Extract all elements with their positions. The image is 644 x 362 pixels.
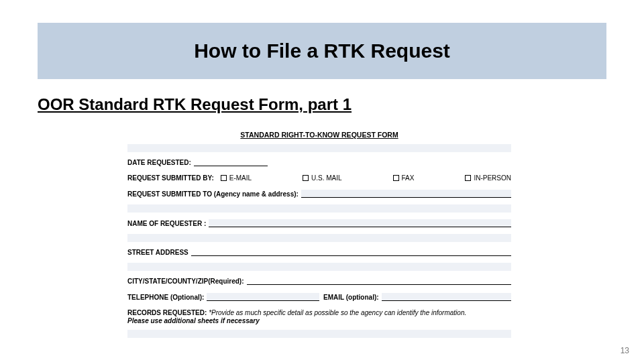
name-label: NAME OF REQUESTER :	[127, 220, 206, 227]
date-blank	[194, 159, 268, 166]
checkbox-icon	[393, 175, 399, 181]
shade-strip	[127, 144, 511, 152]
submitted-to-blank	[301, 190, 511, 198]
slide-title: How to File a RTK Request	[38, 23, 606, 79]
method-label: E-MAIL	[229, 174, 252, 182]
submitted-by-row: REQUEST SUBMITTED BY: E-MAIL U.S. MAIL F…	[127, 173, 511, 183]
method-label: U.S. MAIL	[311, 174, 342, 182]
date-row: DATE REQUESTED:	[127, 158, 511, 168]
method-label: FAX	[402, 174, 415, 182]
submitted-to-row: REQUEST SUBMITTED TO (Agency name & addr…	[127, 188, 511, 199]
street-blank	[191, 249, 511, 256]
cscz-row: CITY/STATE/COUNTY/ZIP(Required):	[127, 276, 511, 286]
cscz-label: CITY/STATE/COUNTY/ZIP(Required):	[127, 278, 244, 285]
method-label: IN-PERSON	[474, 174, 511, 182]
form-heading: STANDARD RIGHT-TO-KNOW REQUEST FORM	[127, 131, 511, 139]
submitted-by-label: REQUEST SUBMITTED BY:	[127, 174, 214, 182]
method-email: E-MAIL	[221, 174, 252, 182]
records-label: RECORDS REQUESTED:	[127, 309, 207, 316]
records-row: RECORDS REQUESTED: *Provide as much spec…	[127, 309, 511, 324]
shade-strip	[127, 330, 511, 338]
phone-label: TELEPHONE (Optional):	[127, 294, 204, 301]
records-note: Please use additional sheets if necessar…	[127, 317, 511, 324]
checkbox-icon	[465, 175, 471, 181]
street-label: STREET ADDRESS	[127, 249, 189, 256]
rtk-form-image: STANDARD RIGHT-TO-KNOW REQUEST FORM DATE…	[127, 131, 511, 338]
page-number: 13	[621, 346, 629, 355]
shade-strip	[127, 234, 511, 242]
submitted-to-label: REQUEST SUBMITTED TO (Agency name & addr…	[127, 190, 299, 198]
contact-row: TELEPHONE (Optional): EMAIL (optional):	[127, 292, 511, 302]
date-label: DATE REQUESTED:	[127, 159, 191, 166]
email-label: EMAIL (optional):	[323, 294, 379, 301]
shade-strip	[127, 263, 511, 271]
records-hint: *Provide as much specific detail as poss…	[209, 309, 466, 316]
checkbox-icon	[221, 175, 227, 181]
method-usmail: U.S. MAIL	[303, 174, 342, 182]
name-blank	[209, 219, 511, 227]
name-row: NAME OF REQUESTER :	[127, 218, 511, 229]
street-row: STREET ADDRESS	[127, 247, 511, 257]
title-band: How to File a RTK Request	[38, 23, 606, 79]
submit-methods: E-MAIL U.S. MAIL FAX IN-PERSON	[221, 174, 511, 182]
checkbox-icon	[303, 175, 309, 181]
shade-strip	[127, 204, 511, 213]
slide-subtitle: OOR Standard RTK Request Form, part 1	[38, 95, 352, 114]
method-inperson: IN-PERSON	[465, 174, 511, 182]
phone-blank	[207, 293, 319, 301]
method-fax: FAX	[393, 174, 415, 182]
email-blank	[382, 293, 511, 301]
cscz-blank	[247, 278, 511, 285]
